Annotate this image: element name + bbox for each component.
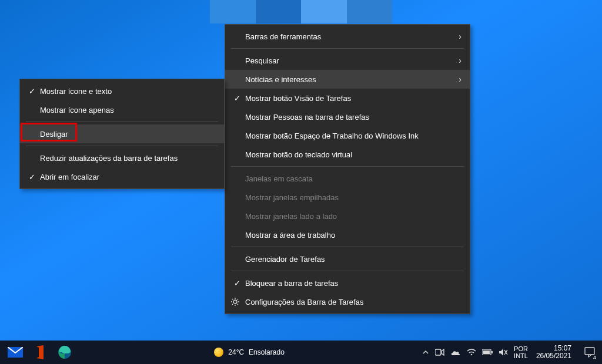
chevron-right-icon: › [453, 32, 461, 41]
system-tray[interactable] [422, 348, 508, 356]
menu-item-label: Gerenciador de Tarefas [243, 255, 461, 264]
menu-main-item-gerenciador-de-tarefas[interactable]: Gerenciador de Tarefas [225, 250, 470, 268]
menu-sub-item-abrir-em-focalizar[interactable]: ✓Abrir em focalizar [20, 167, 224, 186]
taskbar-center: 24°C Ensolarado [76, 348, 422, 357]
chevron-right-icon: › [453, 56, 461, 65]
svg-line-8 [232, 304, 233, 305]
menu-main-item-mostrar-botao-espaco-de-trabalho-do-windows-ink[interactable]: Mostrar botão Espaço de Trabalho do Wind… [225, 126, 470, 145]
check-icon: ✓ [231, 279, 243, 288]
menu-main-separator [231, 247, 464, 247]
weather-temp: 24°C [228, 348, 244, 356]
svg-rect-18 [585, 348, 594, 355]
taskbar-right: POR INTL 15:07 26/05/2021 4 [422, 341, 602, 364]
gear-icon [231, 298, 243, 306]
svg-rect-11 [435, 349, 441, 355]
menu-main-item-mostrar-botao-do-teclado-virtual[interactable]: Mostrar botão do teclado virtual [225, 145, 470, 164]
menu-item-label: Mostrar ícone e texto [38, 87, 216, 96]
weather-widget[interactable]: 24°C Ensolarado [214, 348, 285, 357]
office-app-icon[interactable] [28, 341, 52, 364]
svg-line-5 [232, 299, 233, 299]
svg-line-6 [238, 304, 238, 305]
menu-item-label: Desligar [38, 130, 216, 139]
menu-item-label: Configurações da Barra de Tarefas [243, 298, 461, 306]
menu-main-item-configuracoes-da-barra-de-tarefas[interactable]: Configurações da Barra de Tarefas [225, 292, 470, 311]
menu-item-label: Mostrar Pessoas na barra de tarefas [243, 113, 461, 122]
menu-main-item-bloquear-a-barra-de-tarefas[interactable]: ✓Bloquear a barra de tarefas [225, 274, 470, 292]
mail-app-icon[interactable] [4, 341, 27, 364]
svg-line-7 [238, 299, 238, 299]
menu-sub-separator [26, 122, 218, 122]
menu-main-item-pesquisar[interactable]: Pesquisar› [225, 51, 470, 70]
taskbar: 24°C Ensolarado POR [0, 341, 602, 364]
check-icon: ✓ [26, 173, 38, 181]
notification-count: 4 [593, 355, 596, 360]
chevron-up-icon[interactable] [422, 349, 429, 356]
menu-main-item-mostrar-pessoas-na-barra-de-tarefas[interactable]: Mostrar Pessoas na barra de tarefas [225, 107, 470, 126]
svg-point-0 [233, 300, 237, 304]
battery-icon[interactable] [482, 349, 493, 355]
meet-now-icon[interactable] [435, 349, 444, 356]
menu-sub-item-reduzir-atualizacoes-da-barra-de-tarefas[interactable]: Reduzir atualizações da barra de tarefas [20, 149, 224, 167]
menu-main-separator [231, 48, 464, 49]
menu-item-label: Mostrar botão Visão de Tarefas [243, 94, 461, 103]
menu-main-item-noticias-e-interesses[interactable]: Notícias e interesses› [225, 70, 470, 89]
svg-rect-14 [483, 350, 490, 354]
svg-point-12 [471, 354, 473, 356]
lang-top: POR [514, 345, 528, 352]
edge-app-icon[interactable] [53, 341, 76, 364]
menu-item-label: Pesquisar [243, 56, 453, 65]
clock[interactable]: 15:07 26/05/2021 [534, 345, 574, 360]
weather-text: Ensolarado [249, 348, 285, 356]
menu-item-label: Reduzir atualizações da barra de tarefas [38, 154, 216, 163]
check-icon: ✓ [26, 87, 38, 96]
menu-sub-item-mostrar-icone-apenas[interactable]: Mostrar ícone apenas [20, 100, 224, 119]
menu-item-label: Bloquear a barra de tarefas [243, 279, 461, 288]
menu-main-item-mostrar-a-area-de-trabalho[interactable]: Mostrar a área de trabalho [225, 225, 470, 244]
news-interests-submenu: ✓Mostrar ícone e textoMostrar ícone apen… [19, 79, 225, 189]
menu-main-item-barras-de-ferramentas[interactable]: Barras de ferramentas› [225, 27, 470, 46]
clock-date: 26/05/2021 [536, 352, 571, 360]
taskbar-context-menu: Barras de ferramentas›Pesquisar›Notícias… [225, 24, 470, 314]
lang-bottom: INTL [514, 352, 528, 359]
svg-rect-15 [491, 351, 493, 353]
check-icon: ✓ [231, 94, 243, 103]
menu-item-label: Notícias e interesses [243, 75, 453, 84]
desktop-windows-logo [210, 0, 392, 23]
sun-icon [214, 348, 223, 357]
menu-item-label: Mostrar janelas empilhadas [243, 193, 461, 202]
menu-main-separator [231, 271, 464, 271]
menu-item-label: Mostrar a área de trabalho [243, 231, 461, 240]
chevron-right-icon: › [453, 75, 461, 84]
volume-icon[interactable] [499, 348, 508, 356]
menu-sub-separator [26, 146, 218, 146]
taskbar-left [0, 341, 76, 364]
menu-item-label: Abrir em focalizar [38, 173, 216, 181]
menu-item-label: Mostrar botão do teclado virtual [243, 150, 461, 159]
menu-main-separator [231, 166, 464, 167]
menu-sub-item-desligar[interactable]: Desligar [20, 124, 224, 143]
action-center-icon[interactable]: 4 [580, 341, 600, 364]
menu-main-item-mostrar-janelas-lado-a-lado: Mostrar janelas lado a lado [225, 207, 470, 225]
menu-sub-item-mostrar-icone-e-texto[interactable]: ✓Mostrar ícone e texto [20, 82, 224, 100]
menu-item-label: Barras de ferramentas [243, 32, 453, 41]
menu-main-item-mostrar-janelas-empilhadas: Mostrar janelas empilhadas [225, 188, 470, 207]
menu-item-label: Janelas em cascata [243, 174, 461, 183]
menu-item-label: Mostrar botão Espaço de Trabalho do Wind… [243, 132, 461, 140]
menu-main-item-janelas-em-cascata: Janelas em cascata [225, 169, 470, 188]
wifi-icon[interactable] [467, 349, 476, 356]
menu-item-label: Mostrar janelas lado a lado [243, 212, 461, 221]
onedrive-icon[interactable] [450, 349, 461, 356]
menu-item-label: Mostrar ícone apenas [38, 106, 216, 114]
language-indicator[interactable]: POR INTL [514, 345, 528, 359]
menu-main-item-mostrar-botao-visao-de-tarefas[interactable]: ✓Mostrar botão Visão de Tarefas [225, 89, 470, 107]
